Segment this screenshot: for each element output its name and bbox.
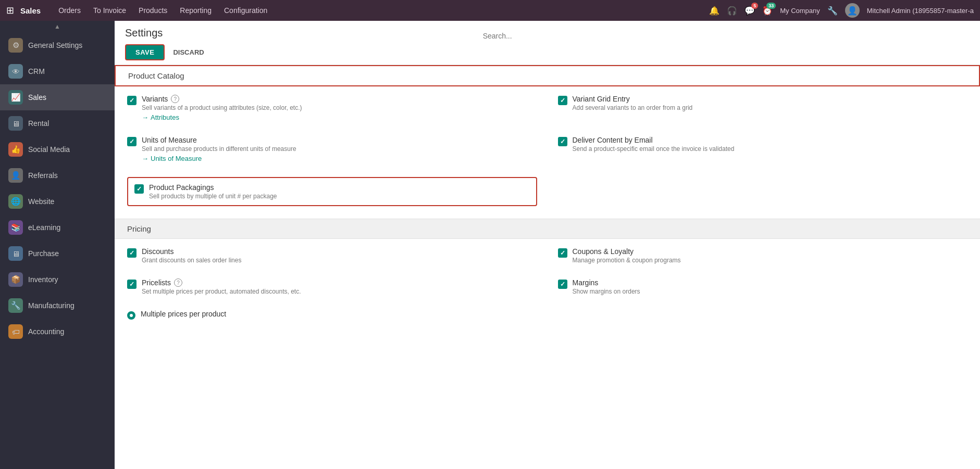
pricelists-label: Pricelists ? <box>142 278 301 287</box>
product-packagings-checkbox[interactable] <box>134 184 144 194</box>
sidebar-item-elearning[interactable]: 📚 eLearning <box>0 214 115 240</box>
company-name[interactable]: My Company <box>780 7 820 15</box>
discounts-checkbox[interactable] <box>127 248 137 258</box>
save-button[interactable]: SAVE <box>125 44 165 60</box>
nav-to-invoice[interactable]: To Invoice <box>88 4 131 17</box>
accounting-icon: 🏷 <box>8 324 23 339</box>
notification-icon[interactable]: 🔔 <box>709 6 720 16</box>
variants-label: Variants ? <box>142 95 302 103</box>
discard-button[interactable]: DISCARD <box>169 45 208 59</box>
pricelists-help-icon[interactable]: ? <box>174 278 182 287</box>
nav-configuration[interactable]: Configuration <box>219 4 272 17</box>
crm-icon: 👁 <box>8 64 23 79</box>
sidebar-label-rental: Rental <box>28 119 49 128</box>
units-of-measure-checkbox[interactable] <box>127 137 137 146</box>
clock-badge: 33 <box>766 3 776 9</box>
margins-checkbox[interactable] <box>558 280 567 289</box>
referrals-icon: 👤 <box>8 168 23 183</box>
sidebar-label-inventory: Inventory <box>28 275 58 284</box>
variants-link[interactable]: Attributes <box>142 113 179 121</box>
sidebar-label-crm: CRM <box>28 67 45 75</box>
content-area: Settings SAVE DISCARD Product Catalog <box>115 21 980 469</box>
pricelists-checkbox[interactable] <box>127 280 137 289</box>
variant-grid-entry-setting: Variant Grid Entry Add several variants … <box>558 95 968 125</box>
inventory-icon: 📦 <box>8 272 23 287</box>
variants-item: Variants ? Sell variants of a product us… <box>127 95 537 121</box>
variant-grid-entry-checkbox[interactable] <box>558 96 567 105</box>
sidebar-item-inventory[interactable]: 📦 Inventory <box>0 267 115 293</box>
units-of-measure-label: Units of Measure <box>142 136 296 144</box>
sidebar-item-sales[interactable]: 📈 Sales <box>0 84 115 110</box>
sidebar-item-general-settings[interactable]: ⚙ General Settings <box>0 32 115 58</box>
manufacturing-icon: 🔧 <box>8 298 23 313</box>
variants-setting: Variants ? Sell variants of a product us… <box>127 95 537 125</box>
sidebar-label-accounting: Accounting <box>28 327 64 336</box>
sidebar-item-social-media[interactable]: 👍 Social Media <box>0 136 115 162</box>
coupons-loyalty-checkbox[interactable] <box>558 248 567 258</box>
wrench-icon[interactable]: 🔧 <box>827 6 838 16</box>
variants-checkbox[interactable] <box>127 96 137 105</box>
sidebar-item-website[interactable]: 🌐 Website <box>0 188 115 214</box>
coupons-loyalty-item: Coupons & Loyalty Manage promotion & cou… <box>558 247 968 264</box>
rental-icon: 🖥 <box>8 116 23 131</box>
settings-title: Settings <box>125 27 163 39</box>
sidebar-label-manufacturing: Manufacturing <box>28 301 75 310</box>
product-packagings-info: Product Packagings Sell products by mult… <box>149 183 277 200</box>
app-grid-icon[interactable]: ⊞ <box>6 5 14 16</box>
pricing-section-body: Discounts Grant discounts on sales order… <box>115 239 980 332</box>
product-packagings-desc: Sell products by multiple of unit # per … <box>149 193 277 200</box>
sidebar-item-manufacturing[interactable]: 🔧 Manufacturing <box>0 293 115 319</box>
sidebar-label-social-media: Social Media <box>28 145 70 154</box>
main-layout: ▲ ⚙ General Settings 👁 CRM 📈 Sales 🖥 Ren… <box>0 21 980 469</box>
sidebar-item-accounting[interactable]: 🏷 Accounting <box>0 319 115 345</box>
nav-orders[interactable]: Orders <box>53 4 86 17</box>
deliver-content-email-setting: Deliver Content by Email Send a product-… <box>558 136 968 167</box>
sidebar-label-website: Website <box>28 197 54 206</box>
clock-icon[interactable]: ⏰ 33 <box>762 6 773 16</box>
pricelists-info: Pricelists ? Set multiple prices per pro… <box>142 278 301 295</box>
product-packagings-setting: Product Packagings Sell products by mult… <box>127 177 537 210</box>
sidebar-item-referrals[interactable]: 👤 Referrals <box>0 162 115 188</box>
chat-icon[interactable]: 💬 5 <box>745 6 755 16</box>
sidebar-item-rental[interactable]: 🖥 Rental <box>0 110 115 136</box>
action-bar: SAVE DISCARD <box>125 44 970 60</box>
nav-products[interactable]: Products <box>133 4 172 17</box>
coupons-loyalty-info: Coupons & Loyalty Manage promotion & cou… <box>573 247 681 264</box>
coupons-loyalty-label: Coupons & Loyalty <box>573 247 681 256</box>
pricelists-setting: Pricelists ? Set multiple prices per pro… <box>127 278 537 299</box>
deliver-content-email-desc: Send a product-specific email once the i… <box>573 145 735 153</box>
discounts-setting: Discounts Grant discounts on sales order… <box>127 247 537 268</box>
product-packagings-label: Product Packagings <box>149 183 277 192</box>
sidebar-item-crm[interactable]: 👁 CRM <box>0 58 115 84</box>
nav-right-icons: 🔔 🎧 💬 5 ⏰ 33 My Company 🔧 👤 Mitchell Adm… <box>709 3 974 18</box>
multiple-prices-radio[interactable] <box>127 311 135 320</box>
sales-icon: 📈 <box>8 90 23 105</box>
scroll-up-indicator: ▲ <box>0 21 115 32</box>
multiple-prices-setting: Multiple prices per product <box>127 310 537 324</box>
deliver-content-email-checkbox[interactable] <box>558 137 567 146</box>
general-settings-icon: ⚙ <box>8 38 23 53</box>
app-name[interactable]: Sales <box>20 6 41 15</box>
variants-info: Variants ? Sell variants of a product us… <box>142 95 302 121</box>
website-icon: 🌐 <box>8 194 23 209</box>
product-catalog-section-header: Product Catalog <box>115 65 980 86</box>
sidebar-item-purchase[interactable]: 🖥 Purchase <box>0 240 115 267</box>
elearning-icon: 📚 <box>8 220 23 235</box>
coupons-loyalty-setting: Coupons & Loyalty Manage promotion & cou… <box>558 247 968 268</box>
headset-icon[interactable]: 🎧 <box>727 6 737 16</box>
variants-help-icon[interactable]: ? <box>171 95 179 103</box>
user-name[interactable]: Mitchell Admin (18955857-master-a <box>867 7 974 15</box>
nav-reporting[interactable]: Reporting <box>175 4 217 17</box>
user-avatar[interactable]: 👤 <box>845 3 860 18</box>
search-input[interactable] <box>483 32 650 40</box>
deliver-content-email-label: Deliver Content by Email <box>573 136 735 144</box>
units-of-measure-info: Units of Measure Sell and purchase produ… <box>142 136 296 162</box>
multiple-prices-item: Multiple prices per product <box>127 310 537 320</box>
deliver-content-email-info: Deliver Content by Email Send a product-… <box>573 136 735 153</box>
sidebar-label-general-settings: General Settings <box>28 41 82 49</box>
units-of-measure-link[interactable]: Units of Measure <box>142 155 202 162</box>
settings-header: Settings SAVE DISCARD <box>115 21 980 65</box>
sidebar-label-sales: Sales <box>28 93 46 102</box>
margins-label: Margins <box>573 278 640 287</box>
variant-grid-entry-desc: Add several variants to an order from a … <box>573 104 693 111</box>
